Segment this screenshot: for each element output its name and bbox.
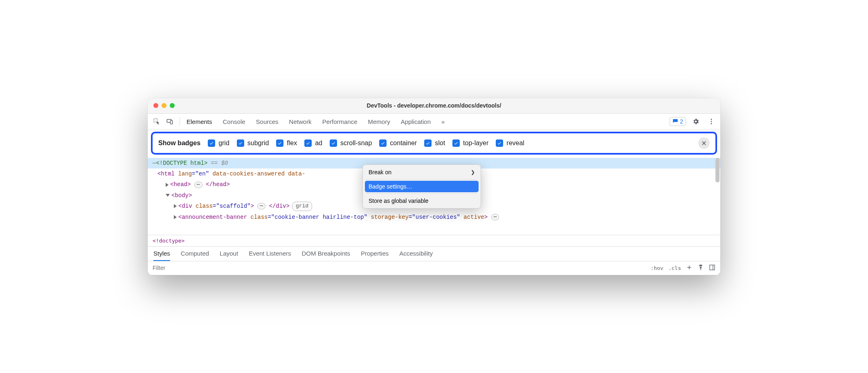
tab-event-listeners[interactable]: Event Listeners xyxy=(249,250,291,261)
badge-checkbox-container[interactable]: container xyxy=(379,139,417,147)
window-title: DevTools - developer.chrome.com/docs/dev… xyxy=(148,102,720,109)
devtools-window: DevTools - developer.chrome.com/docs/dev… xyxy=(148,98,720,275)
separator xyxy=(180,117,180,126)
minimize-window-button[interactable] xyxy=(162,103,166,108)
expand-icon[interactable] xyxy=(174,204,177,208)
scrollbar[interactable] xyxy=(715,158,720,182)
badge-checkbox-top-layer[interactable]: top-layer xyxy=(452,139,488,147)
tab-elements[interactable]: Elements xyxy=(187,117,212,126)
svg-rect-1 xyxy=(171,121,173,124)
check-icon xyxy=(424,139,432,147)
dom-node-announcement-banner[interactable]: <announcement-banner class="cookie-banne… xyxy=(148,212,720,222)
svg-point-2 xyxy=(711,119,712,120)
filter-input[interactable] xyxy=(148,262,650,274)
badge-checkbox-slot[interactable]: slot xyxy=(424,139,445,147)
maximize-window-button[interactable] xyxy=(170,103,175,108)
computed-panel-icon[interactable] xyxy=(709,264,715,272)
expand-icon[interactable] xyxy=(174,215,177,219)
svg-point-4 xyxy=(711,123,712,124)
badge-checkbox-flex[interactable]: flex xyxy=(276,139,297,147)
check-icon xyxy=(496,139,503,147)
svg-point-3 xyxy=(711,121,712,122)
show-badges-bar: Show badges grid subgrid flex ad scroll-… xyxy=(151,132,717,155)
issues-button[interactable]: 2 xyxy=(670,117,686,126)
tab-sources[interactable]: Sources xyxy=(256,117,279,126)
ellipsis-icon[interactable]: ⋯ xyxy=(194,182,202,188)
inspect-element-icon[interactable] xyxy=(151,116,162,127)
dom-tree-panel[interactable]: ⋯<!DOCTYPE html>== $0 <html lang="en" da… xyxy=(148,157,720,235)
tab-memory[interactable]: Memory xyxy=(368,117,390,126)
title-bar: DevTools - developer.chrome.com/docs/dev… xyxy=(148,98,720,114)
tab-console[interactable]: Console xyxy=(223,117,245,126)
toolbar-right: 2 xyxy=(670,116,717,127)
check-icon xyxy=(330,139,337,147)
badge-checkbox-ad[interactable]: ad xyxy=(304,139,322,147)
paint-brush-icon[interactable] xyxy=(697,264,704,272)
tab-performance[interactable]: Performance xyxy=(322,117,358,126)
more-menu-icon[interactable] xyxy=(706,116,717,127)
check-icon xyxy=(276,139,283,147)
collapse-icon[interactable] xyxy=(166,194,170,197)
tab-styles[interactable]: Styles xyxy=(153,250,170,261)
tab-accessibility[interactable]: Accessibility xyxy=(399,250,433,261)
check-icon xyxy=(379,139,387,147)
show-badges-label: Show badges xyxy=(158,139,200,147)
menu-item-store-global[interactable]: Store as global variable xyxy=(363,195,481,207)
ellipsis-icon[interactable]: ⋯ xyxy=(491,214,499,220)
window-controls xyxy=(148,103,175,108)
new-style-rule-icon[interactable] xyxy=(686,264,693,272)
badge-checkbox-reveal[interactable]: reveal xyxy=(496,139,524,147)
breadcrumb[interactable]: <!doctype> xyxy=(148,235,720,247)
tabs-overflow-icon[interactable]: » xyxy=(441,117,445,126)
menu-separator xyxy=(366,193,477,194)
panel-tabs: Elements Console Sources Network Perform… xyxy=(187,117,668,126)
filter-tools: :hov .cls xyxy=(650,264,720,272)
main-toolbar: Elements Console Sources Network Perform… xyxy=(148,114,720,130)
menu-separator xyxy=(366,179,477,180)
hov-toggle[interactable]: :hov xyxy=(650,265,663,271)
selected-indicator: == $0 xyxy=(211,160,228,166)
badge-checkbox-scroll-snap[interactable]: scroll-snap xyxy=(330,139,372,147)
tab-properties[interactable]: Properties xyxy=(361,250,389,261)
menu-item-badge-settings[interactable]: Badge settings… xyxy=(365,181,479,192)
device-toolbar-icon[interactable] xyxy=(164,116,175,127)
tab-dom-breakpoints[interactable]: DOM Breakpoints xyxy=(302,250,350,261)
cls-toggle[interactable]: .cls xyxy=(668,265,681,271)
check-icon xyxy=(452,139,460,147)
check-icon xyxy=(304,139,312,147)
styles-filter-bar: :hov .cls xyxy=(148,261,720,275)
tab-computed[interactable]: Computed xyxy=(181,250,209,261)
tab-network[interactable]: Network xyxy=(289,117,312,126)
settings-icon[interactable] xyxy=(690,116,702,127)
svg-rect-5 xyxy=(710,265,715,270)
check-icon xyxy=(237,139,244,147)
badge-checkbox-subgrid[interactable]: subgrid xyxy=(237,139,269,147)
chevron-right-icon: ❯ xyxy=(471,169,475,175)
context-menu: Break on ❯ Badge settings… Store as glob… xyxy=(362,164,481,209)
ellipsis-icon[interactable]: ⋯ xyxy=(257,203,265,209)
close-badge-bar-button[interactable] xyxy=(698,137,710,149)
tab-application[interactable]: Application xyxy=(401,117,431,126)
badge-checkbox-grid[interactable]: grid xyxy=(208,139,229,147)
menu-item-break-on[interactable]: Break on ❯ xyxy=(363,166,481,178)
check-icon xyxy=(208,139,215,147)
expand-icon[interactable] xyxy=(166,183,169,187)
close-window-button[interactable] xyxy=(153,103,158,108)
styles-panel-tabs: Styles Computed Layout Event Listeners D… xyxy=(148,247,720,261)
grid-badge[interactable]: grid xyxy=(292,202,312,211)
tab-layout[interactable]: Layout xyxy=(220,250,238,261)
issues-count: 2 xyxy=(680,118,683,125)
